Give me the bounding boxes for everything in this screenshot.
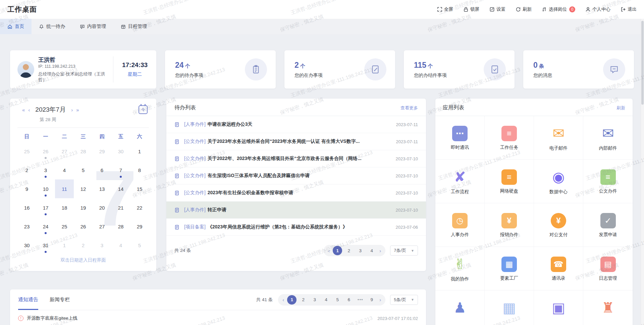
app-invoice-request[interactable]: ✓ 发票申请 (583, 203, 633, 247)
calendar-day[interactable]: 25 (17, 142, 36, 161)
todo-item[interactable]: [人事办件] 转正申请 2023-07-10 (166, 202, 426, 219)
prev-page-icon[interactable]: ‹ (281, 297, 285, 303)
tab-content-management[interactable]: 内容管理 (72, 19, 113, 34)
page-button[interactable]: 5 (333, 295, 342, 305)
calendar-day[interactable]: 28 (74, 142, 93, 161)
calendar-day[interactable]: 22 (130, 198, 149, 217)
calendar-day[interactable]: 3 (93, 236, 111, 255)
calendar-day[interactable]: 18 (55, 198, 74, 217)
calendar-day[interactable]: 11 (55, 179, 74, 198)
prev-year-icon[interactable]: « (22, 107, 25, 112)
calendar-day[interactable]: 24 (36, 217, 55, 236)
app-cutoff-4[interactable]: ♜ (583, 290, 633, 325)
app-hr-handling[interactable]: ◷ 人事办件 (435, 203, 485, 247)
tab-unified-todo[interactable]: 统一待办 (32, 19, 72, 34)
calendar-day[interactable]: 25 (55, 217, 74, 236)
refresh-button[interactable]: 刷新 (516, 6, 532, 12)
app-work-tasks[interactable]: ≡ 工作任务 (485, 116, 534, 160)
page-button[interactable]: ••• (356, 295, 365, 305)
page-button[interactable]: 1 (333, 246, 342, 255)
calendar-day[interactable]: 13 (93, 179, 111, 198)
todo-item[interactable]: [人事办件] 申请在家远程办公3天 2023-07-11 (166, 116, 426, 133)
calendar-day[interactable]: 20 (93, 198, 111, 217)
stat-card-pending[interactable]: 24 个 您的待办事项 (165, 50, 276, 89)
stat-card-messages[interactable]: 0 条 您的消息 (523, 50, 634, 89)
app-cutoff-3[interactable]: ▣ (534, 290, 583, 325)
app-element-factory[interactable]: ▦ 要素工厂 (485, 247, 534, 290)
tab-notices[interactable]: 通知通告 (18, 289, 38, 310)
app-instant-messaging[interactable]: ⋯ 即时通讯 (435, 116, 485, 160)
calendar-day[interactable]: 2 (17, 161, 36, 179)
todo-item[interactable]: [公文办件] 关于2022年、2023年水务局运维项目外采“北京市政务云服务合同… (166, 150, 426, 167)
calendar-day[interactable]: 14 (111, 179, 130, 198)
calendar-day[interactable]: 9 (17, 179, 36, 198)
page-button[interactable]: 1 (287, 295, 297, 305)
page-button[interactable]: 3 (356, 246, 365, 255)
calendar-day[interactable]: 2 (74, 236, 93, 255)
app-document-handling[interactable]: ≡ 公文办件 (583, 160, 633, 203)
stat-card-inprogress[interactable]: 2 个 您的在办事项 (284, 50, 395, 89)
settings-button[interactable]: 设置 (489, 6, 505, 12)
page-button[interactable]: 9 (367, 295, 376, 305)
logout-button[interactable]: 退出 (621, 6, 637, 12)
app-workflow[interactable]: ✘ 工作流程 (435, 160, 485, 203)
calendar-day[interactable]: 5 (74, 161, 93, 179)
app-cutoff-2[interactable]: ▦ (485, 290, 534, 325)
tab-schedule-management[interactable]: 日程管理 (113, 19, 154, 34)
calendar-day[interactable]: 29 (130, 217, 149, 236)
calendar-day[interactable]: 28 (111, 217, 130, 236)
calendar-day[interactable]: 5 (130, 236, 149, 255)
next-page-icon[interactable]: › (378, 248, 382, 254)
scrollbar-thumb[interactable] (641, 21, 644, 105)
app-email[interactable]: ✉ 电子邮件 (534, 116, 583, 160)
fullscreen-button[interactable]: 全屏 (437, 6, 453, 12)
todo-page-size-select[interactable]: 7条/页 ▼ (390, 246, 418, 256)
calendar-day[interactable]: 4 (55, 161, 74, 179)
calendar-day[interactable]: 10 (36, 179, 55, 198)
app-my-collaboration[interactable]: ✌ 我的协作 (435, 247, 485, 290)
calendar-day[interactable]: 1 (55, 236, 74, 255)
calendar-day[interactable]: 4 (111, 236, 130, 255)
calendar-day[interactable]: 30 (17, 236, 36, 255)
todo-item[interactable]: [公文办件] 2023年有生社保公积金基数申报审核申请 2023-07-10 (166, 184, 426, 202)
calendar-day[interactable]: 27 (93, 217, 111, 236)
lock-screen-button[interactable]: 锁屏 (463, 6, 479, 12)
todo-item[interactable]: [公文办件] 有生深境ISO三体系年审人员配合及牌匾借出申请 2023-07-1… (166, 167, 426, 184)
calendar-day[interactable]: 1 (130, 142, 149, 161)
calendar-day[interactable]: 31 (36, 236, 55, 255)
app-reimbursement[interactable]: ¥ 报销办件 (485, 203, 534, 247)
page-button[interactable]: 2 (344, 246, 354, 255)
calendar-day[interactable]: 6 (93, 161, 111, 179)
app-contacts[interactable]: ☎ 通讯录 (534, 247, 583, 290)
calendar-day[interactable]: 21 (111, 198, 130, 217)
calendar-day[interactable]: 12 (74, 179, 93, 198)
calendar-day[interactable]: 26 (74, 217, 93, 236)
app-data-center[interactable]: ◉ 数据中心 (534, 160, 583, 203)
next-year-icon[interactable]: » (76, 107, 79, 112)
app-corporate-payment[interactable]: ¥ 对公支付 (534, 203, 583, 247)
todo-item[interactable]: [项目备案] 《2023年局信息系统运行维护（第2包：基础办公系统技术服务）》 … (166, 219, 426, 236)
app-internal-mail[interactable]: ✉ 内部邮件 (583, 116, 633, 160)
next-page-icon[interactable]: › (378, 297, 382, 303)
prev-month-icon[interactable]: ‹ (28, 107, 30, 112)
calendar-day[interactable]: 29 (93, 142, 111, 161)
prev-page-icon[interactable]: ‹ (327, 248, 331, 254)
stat-card-completed[interactable]: 115 个 您的办结件事项 (404, 50, 515, 89)
select-post-button[interactable]: 选择岗位 0 (542, 6, 575, 12)
page-button[interactable]: 4 (367, 246, 376, 255)
calendar-day[interactable]: 30 (111, 142, 130, 161)
view-more-link[interactable]: 查看更多 (400, 105, 418, 111)
page-button[interactable]: 6 (344, 295, 354, 305)
notice-page-size-select[interactable]: 5条/页 ▼ (390, 295, 418, 305)
calendar-day[interactable]: 7 (111, 161, 130, 179)
todo-item[interactable]: [公文办件] 关于2023年水务运维外采合同“2023年水务局统一认证 有生博大… (166, 133, 426, 150)
personal-center-button[interactable]: 个人中心 (585, 6, 610, 12)
page-button[interactable]: 2 (299, 295, 308, 305)
calendar-day[interactable]: 23 (17, 217, 36, 236)
calendar-day[interactable]: 27 (55, 142, 74, 161)
page-button[interactable]: 3 (310, 295, 319, 305)
calendar-day[interactable]: 3 (36, 161, 55, 179)
app-network-drive[interactable]: ≡ 网络硬盘 (485, 160, 534, 203)
notice-item[interactable]: ! 开源数字底座在gitee上线 2023-07-07 17:01:02 (18, 310, 418, 325)
calendar-day[interactable]: 16 (17, 198, 36, 217)
